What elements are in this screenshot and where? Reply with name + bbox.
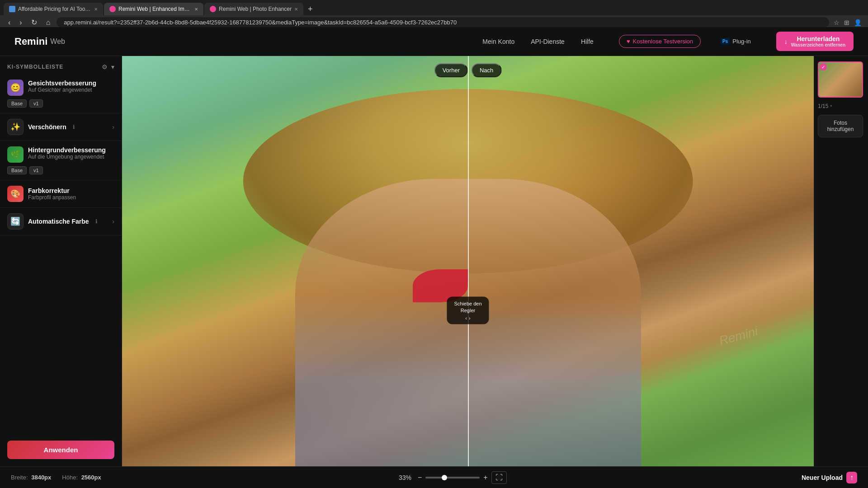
app: Remini Web Mein Konto API-Dienste Hilfe … — [0, 27, 868, 488]
thumbnail-check: ✓ — [820, 63, 827, 70]
tool-face-badges: Base v1 — [7, 99, 114, 108]
apply-button[interactable]: Anwenden — [7, 441, 114, 459]
tool-autocolor-name: Automatische Farbe — [28, 218, 89, 225]
tab-1-favicon — [9, 6, 15, 12]
plugin-button[interactable]: Ps Plug-in — [721, 38, 751, 45]
tab-1-label: Affordable Pricing for AI Tools |... — [18, 6, 91, 12]
tool-beautify-chevron: › — [112, 123, 114, 131]
nav-back-button[interactable]: ‹ — [5, 18, 13, 28]
right-panel: ✓ 1/15 • Fotos hinzufügen › — [814, 56, 868, 466]
tool-face-badge-base[interactable]: Base — [7, 99, 27, 108]
zoom-slider[interactable] — [425, 477, 480, 479]
height-label: Höhe: — [62, 474, 78, 481]
tool-color-name: Farbkorrektur — [28, 187, 76, 194]
logo-sub: Web — [50, 38, 65, 46]
tab-2-close[interactable]: ✕ — [194, 7, 198, 12]
main-content: KI-SYMBOLLEISTE ⚙ ▾ 😊 Gesichtsverbesseru… — [0, 56, 868, 466]
free-trial-label: Kostenlose Testversion — [633, 38, 693, 45]
width-value: 3840px — [31, 474, 51, 481]
profile-icon[interactable]: 👤 — [853, 18, 863, 27]
tool-color-icon: 🎨 — [7, 186, 24, 202]
zoom-percent: 33% — [396, 474, 414, 481]
tool-bg-info: Hintergrundverbesserung Auf die Umgebung… — [28, 146, 106, 160]
tool-bg-icon: 🌿 — [7, 146, 24, 163]
after-button[interactable]: Nach — [472, 63, 501, 77]
tool-color-desc: Farbprofil anpassen — [28, 194, 76, 201]
new-tab-button[interactable]: + — [304, 5, 316, 14]
tool-bg[interactable]: 🌿 Hintergrundverbesserung Auf die Umgebu… — [0, 141, 122, 180]
tool-color-row: 🎨 Farbkorrektur Farbprofil anpassen — [7, 186, 114, 202]
app-header: Remini Web Mein Konto API-Dienste Hilfe … — [0, 27, 868, 56]
zoom-controls: 33% − + ⛶ — [396, 471, 507, 484]
nav-reload-button[interactable]: ↻ — [28, 17, 40, 28]
height-value: 2560px — [81, 474, 101, 481]
tab-1[interactable]: Affordable Pricing for AI Tools |... ✕ — [4, 3, 103, 15]
tool-face-icon: 😊 — [7, 80, 24, 96]
zoom-out-button[interactable]: − — [418, 474, 422, 482]
tab-3[interactable]: Remini Web | Photo Enhancer ✕ — [204, 3, 303, 15]
width-info: Breite: 3840px — [11, 474, 51, 481]
bookmark-icon[interactable]: ☆ — [833, 18, 840, 27]
info-icon: ℹ — [73, 124, 75, 130]
browser-action-icons: ☆ ⊞ 👤 — [833, 18, 863, 27]
zoom-in-button[interactable]: + — [483, 474, 487, 482]
tool-bg-desc: Auf die Umgebung angewendet — [28, 154, 106, 160]
sidebar-settings-icon[interactable]: ⚙ — [102, 63, 108, 70]
add-photos-button[interactable]: Fotos hinzufügen — [818, 115, 863, 137]
arrow-left-icon: ‹ — [465, 315, 467, 320]
tab-2-label: Remini Web | Enhanced Image — [118, 6, 192, 12]
tool-beautify-info: Verschönern — [28, 123, 66, 131]
extensions-icon[interactable]: ⊞ — [843, 18, 850, 27]
nav: Mein Konto API-Dienste Hilfe ♥ Kostenlos… — [482, 32, 854, 51]
tool-face-badge-v1[interactable]: v1 — [29, 99, 43, 108]
tab-1-close[interactable]: ✕ — [94, 7, 98, 12]
nav-forward-button[interactable]: › — [17, 18, 24, 28]
nav-hilfe[interactable]: Hilfe — [581, 38, 594, 45]
tab-3-close[interactable]: ✕ — [294, 7, 298, 12]
nav-mein-konto[interactable]: Mein Konto — [482, 38, 514, 45]
tool-autocolor-icon: 🔄 — [7, 213, 24, 230]
page-count-dot: • — [830, 103, 832, 109]
fit-to-screen-button[interactable]: ⛶ — [491, 471, 507, 484]
tool-face[interactable]: 😊 Gesichtsverbesserung Auf Gesichter ang… — [0, 74, 122, 113]
new-upload-button[interactable]: Neuer Upload ↑ — [802, 472, 857, 483]
plugin-label: Plug-in — [732, 38, 750, 45]
tool-bg-badge-v1[interactable]: v1 — [29, 166, 43, 174]
tab-3-favicon — [210, 6, 216, 12]
tool-bg-badge-base[interactable]: Base — [7, 166, 27, 174]
tab-2[interactable]: Remini Web | Enhanced Image ✕ — [104, 3, 203, 15]
tab-3-label: Remini Web | Photo Enhancer — [219, 6, 292, 12]
tool-beautify-row: ✨ Verschönern ℹ › — [7, 119, 114, 135]
slider-text: Schiebe den Regler — [454, 300, 481, 314]
nav-api-dienste[interactable]: API-Dienste — [531, 38, 565, 45]
comparison-slider[interactable] — [468, 56, 469, 466]
before-button[interactable]: Vorher — [434, 63, 468, 77]
ps-icon: Ps — [721, 38, 730, 45]
download-btn-main: Herunterladen — [791, 35, 845, 42]
download-button[interactable]: ↓ Herunterladen Wasserzeichen entfernen — [776, 32, 854, 51]
tool-autocolor-row: 🔄 Automatische Farbe ℹ › — [7, 213, 114, 230]
logo-main: Remini — [14, 36, 47, 47]
image-area: Vorher Nach Schiebe den Regler ‹ › Remin… — [122, 56, 814, 466]
slider-handle[interactable]: Schiebe den Regler ‹ › — [447, 297, 489, 324]
tab-2-favicon — [109, 6, 116, 12]
bottom-bar: Breite: 3840px Höhe: 2560px 33% − + ⛶ Ne… — [0, 466, 868, 488]
tool-beautify[interactable]: ✨ Verschönern ℹ › — [0, 113, 122, 141]
tool-face-desc: Auf Gesichter angewendet — [28, 87, 96, 93]
tool-bg-name: Hintergrundverbesserung — [28, 146, 106, 154]
download-icon: ↓ — [784, 38, 788, 45]
tool-color-info: Farbkorrektur Farbprofil anpassen — [28, 187, 76, 201]
thumbnail-item[interactable]: ✓ — [818, 61, 864, 98]
free-trial-button[interactable]: ♥ Kostenlose Testversion — [619, 35, 701, 48]
address-input[interactable] — [57, 17, 829, 28]
height-info: Höhe: 2560px — [62, 474, 101, 481]
nav-home-button[interactable]: ⌂ — [43, 18, 53, 28]
tool-face-header: 😊 Gesichtsverbesserung Auf Gesichter ang… — [7, 80, 114, 96]
heart-icon: ♥ — [627, 38, 630, 45]
size-info: Breite: 3840px Höhe: 2560px — [11, 474, 101, 481]
sidebar-chevron-down-icon[interactable]: ▾ — [111, 63, 114, 70]
upload-icon-box: ↑ — [846, 472, 857, 483]
tool-color[interactable]: 🎨 Farbkorrektur Farbprofil anpassen — [0, 180, 122, 208]
tool-autocolor[interactable]: 🔄 Automatische Farbe ℹ › — [0, 208, 122, 235]
tool-autocolor-info: Automatische Farbe — [28, 218, 89, 225]
